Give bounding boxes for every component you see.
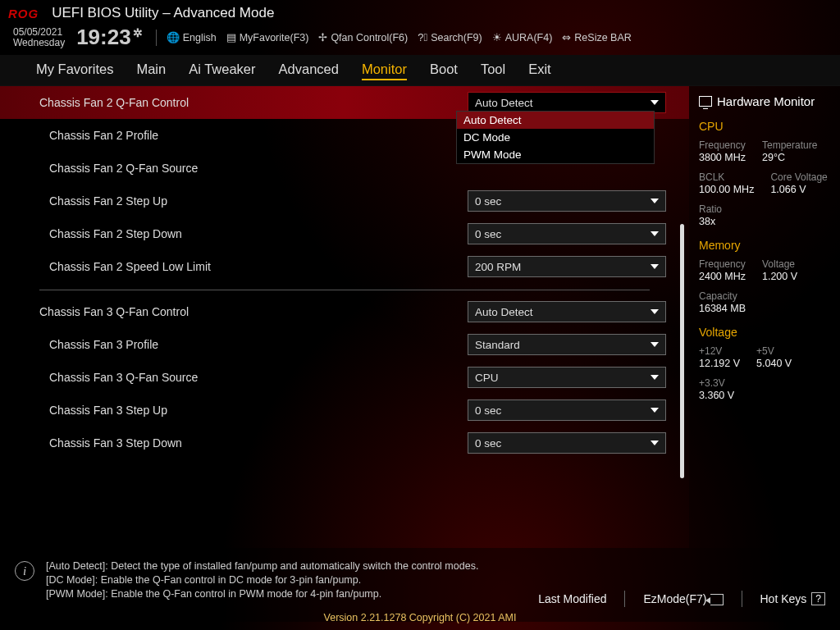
clock[interactable]: 19:23 ✲: [76, 25, 143, 50]
setting-row[interactable]: Chassis Fan 3 Step Up0 sec: [0, 394, 689, 427]
chevron-down-icon: [651, 231, 659, 236]
setting-label: Chassis Fan 2 Q-Fan Control: [39, 96, 468, 109]
setting-row[interactable]: Chassis Fan 2 Step Up0 sec: [0, 185, 689, 217]
hotkeys-button[interactable]: Hot Keys?: [760, 592, 826, 605]
help-line-1: [Auto Detect]: Detect the type of instal…: [46, 559, 478, 573]
cpu-ratio-label: Ratio: [699, 203, 722, 215]
cpu-freq-value: 3800 MHz: [699, 152, 746, 163]
hardware-monitor-panel: Hardware Monitor CPU Frequency3800 MHz T…: [689, 86, 840, 548]
setting-value: CPU: [475, 372, 499, 384]
tab-my-favorites[interactable]: My Favorites: [36, 60, 113, 80]
search-button[interactable]: ?⃣Search(F9): [418, 31, 482, 43]
chevron-down-icon: [651, 375, 659, 380]
dropdown-menu: Auto DetectDC ModePWM Mode: [456, 111, 655, 164]
setting-value: 200 RPM: [475, 261, 521, 273]
setting-value: 0 sec: [475, 437, 501, 450]
setting-select[interactable]: 0 sec: [468, 432, 666, 454]
app-title: UEFI BIOS Utility – Advanced Mode: [52, 5, 274, 21]
tab-bar: My FavoritesMainAi TweakerAdvancedMonito…: [0, 55, 840, 86]
tab-boot[interactable]: Boot: [430, 60, 458, 80]
globe-icon: 🌐: [167, 31, 180, 43]
setting-select[interactable]: 0 sec: [468, 190, 666, 212]
tab-exit[interactable]: Exit: [528, 60, 551, 80]
chevron-down-icon: [651, 100, 659, 105]
setting-label: Chassis Fan 3 Step Up: [49, 404, 468, 417]
setting-select[interactable]: 0 sec: [468, 223, 666, 244]
setting-label: Chassis Fan 2 Step Up: [49, 194, 468, 208]
ezmode-button[interactable]: EzMode(F7): [643, 592, 723, 605]
setting-label: Chassis Fan 3 Step Down: [49, 436, 468, 450]
date-block: 05/05/2021 Wednesday: [13, 27, 65, 48]
list-icon: ▤: [226, 31, 236, 43]
mem-volt-label: Voltage: [762, 258, 797, 270]
setting-label: Chassis Fan 2 Step Down: [49, 227, 468, 240]
mem-freq-value: 2400 MHz: [699, 271, 746, 282]
day-text: Wednesday: [13, 38, 65, 48]
settings-pane: Chassis Fan 2 Q-Fan ControlAuto DetectAu…: [0, 86, 689, 548]
tab-main[interactable]: Main: [136, 60, 166, 80]
language-button[interactable]: 🌐English: [167, 31, 217, 43]
hw-section-voltage: Voltage: [699, 326, 830, 339]
dropdown-option[interactable]: Auto Detect: [457, 112, 654, 129]
setting-value: 0 sec: [475, 228, 501, 240]
rog-logo: ROG: [8, 7, 39, 21]
chevron-down-icon: [651, 199, 659, 203]
setting-label: Chassis Fan 3 Q-Fan Source: [49, 371, 468, 384]
setting-select[interactable]: Standard: [468, 334, 666, 355]
cpu-cv-label: Core Voltage: [770, 171, 827, 183]
date-text: 05/05/2021: [13, 27, 65, 38]
setting-row[interactable]: Chassis Fan 3 ProfileStandard: [0, 328, 689, 361]
last-modified-button[interactable]: Last Modified: [538, 592, 606, 605]
aura-button[interactable]: ☀AURA(F4): [492, 31, 553, 43]
setting-row[interactable]: Chassis Fan 2 Speed Low Limit200 RPM: [0, 250, 689, 283]
setting-value: 0 sec: [475, 404, 501, 417]
v12-label: +12V: [699, 345, 740, 357]
gear-icon: ✲: [133, 26, 143, 39]
resizebar-button[interactable]: ⇔ReSize BAR: [562, 31, 631, 43]
setting-select[interactable]: 0 sec: [468, 399, 666, 421]
chevron-down-icon: [651, 441, 659, 445]
setting-row[interactable]: Chassis Fan 2 Step Down0 sec: [0, 217, 689, 250]
mem-cap-label: Capacity: [699, 290, 746, 302]
setting-row[interactable]: Chassis Fan 3 Step Down0 sec: [0, 427, 689, 459]
mem-volt-value: 1.200 V: [762, 271, 797, 282]
setting-select[interactable]: CPU: [468, 367, 666, 388]
aura-icon: ☀: [492, 31, 502, 43]
v33-label: +3.3V: [699, 377, 734, 389]
search-icon: ?⃣: [418, 31, 427, 43]
copyright-text: Version 2.21.1278 Copyright (C) 2021 AMI: [0, 609, 840, 630]
v33-value: 3.360 V: [699, 390, 734, 401]
v5-value: 5.040 V: [756, 358, 792, 369]
cpu-temp-value: 29°C: [762, 152, 817, 163]
tab-ai-tweaker[interactable]: Ai Tweaker: [189, 60, 255, 80]
chevron-down-icon: [651, 408, 659, 413]
monitor-icon: [699, 96, 712, 107]
hw-section-cpu: CPU: [699, 120, 830, 133]
mem-freq-label: Frequency: [699, 258, 746, 270]
setting-select[interactable]: 200 RPM: [468, 256, 666, 277]
setting-row[interactable]: Chassis Fan 3 Q-Fan ControlAuto Detect: [0, 295, 689, 328]
question-icon: ?: [811, 592, 825, 605]
scrollbar[interactable]: [680, 224, 684, 478]
tab-monitor[interactable]: Monitor: [362, 60, 407, 80]
setting-value: Auto Detect: [475, 97, 533, 109]
setting-select[interactable]: Auto Detect: [468, 301, 666, 322]
qfan-button[interactable]: ✢Qfan Control(F6): [318, 31, 408, 43]
tab-advanced[interactable]: Advanced: [279, 60, 339, 80]
setting-label: Chassis Fan 2 Speed Low Limit: [49, 260, 468, 273]
setting-value: Auto Detect: [475, 306, 533, 318]
setting-row[interactable]: Chassis Fan 3 Q-Fan SourceCPU: [0, 361, 689, 394]
myfavorite-button[interactable]: ▤MyFavorite(F3): [226, 31, 309, 43]
exit-icon: [710, 594, 724, 605]
dropdown-option[interactable]: PWM Mode: [457, 146, 654, 163]
tab-tool[interactable]: Tool: [481, 60, 505, 80]
setting-value: 0 sec: [475, 195, 501, 208]
mem-cap-value: 16384 MB: [699, 303, 746, 314]
hw-section-memory: Memory: [699, 239, 830, 252]
separator: [156, 30, 157, 46]
dropdown-option[interactable]: DC Mode: [457, 129, 654, 146]
chevron-down-icon: [651, 309, 659, 314]
setting-label: Chassis Fan 3 Profile: [49, 338, 468, 351]
setting-label: Chassis Fan 3 Q-Fan Control: [39, 305, 468, 318]
hw-title: Hardware Monitor: [699, 94, 830, 108]
